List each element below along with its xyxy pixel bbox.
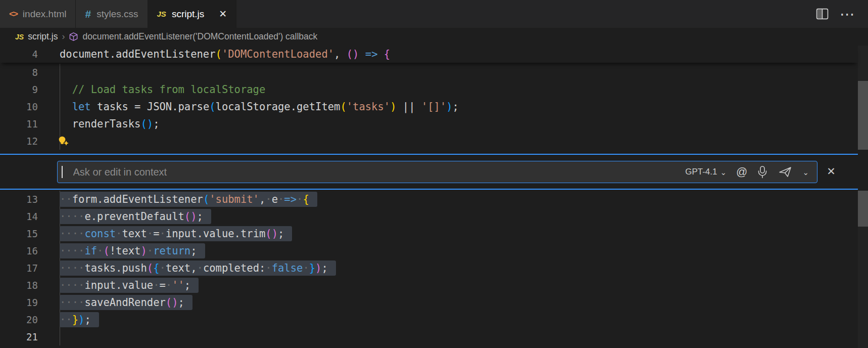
code-line-16[interactable]: 16····if·(!text)·return; <box>0 242 858 259</box>
sticky-scroll-line[interactable]: 4document.addEventListener('DOMContentLo… <box>0 46 858 63</box>
code-text: ····input.value·=·''; <box>60 277 199 294</box>
code-text: ··form.addEventListener('submit',·e·=>·{ <box>60 191 317 208</box>
code-line-21[interactable]: 21 <box>0 328 858 345</box>
line-number: 4 <box>0 46 38 63</box>
selection-highlight: ··form.addEventListener('submit',·e·=>·{ <box>60 192 317 207</box>
symbol-cube-icon <box>69 32 78 41</box>
line-number: 9 <box>0 81 38 98</box>
selection-highlight: ····const·text·=·input.value.trim(); <box>60 226 292 241</box>
code-line-9[interactable]: 9 // Load tasks from localStorage <box>0 81 858 98</box>
code-text: renderTasks(); <box>60 115 159 133</box>
chevron-right-icon: › <box>62 31 65 42</box>
line-number: 21 <box>0 328 38 345</box>
chevron-down-icon: ⌄ <box>720 168 727 176</box>
line-number: 10 <box>0 98 38 115</box>
code-text: ····saveAndRender(); <box>60 294 192 311</box>
line-number: 18 <box>0 277 38 294</box>
chat-widget-top-border <box>0 154 858 155</box>
code-line-17[interactable]: 17····tasks.push({·text,·completed:·fals… <box>0 259 858 277</box>
selection-highlight: ····input.value·=·''; <box>60 278 199 293</box>
html-file-icon: <> <box>9 9 17 19</box>
breadcrumb-file[interactable]: script.js <box>28 31 58 42</box>
code-line-11[interactable]: 11 renderTasks(); <box>0 115 858 133</box>
microphone-icon[interactable] <box>757 165 768 179</box>
line-number: 8 <box>0 64 38 81</box>
breadcrumb-symbol[interactable]: document.addEventListener('DOMContentLoa… <box>82 31 317 42</box>
code-text: ····if·(!text)·return; <box>60 242 205 259</box>
code-line-4[interactable]: 4document.addEventListener('DOMContentLo… <box>0 46 858 63</box>
js-file-icon: JS <box>15 33 24 41</box>
line-number: 13 <box>0 191 38 208</box>
line-number: 11 <box>0 115 38 133</box>
code-line-8[interactable]: 8 <box>0 64 858 81</box>
selection-highlight: ····tasks.push({·text,·completed:·false·… <box>60 260 336 276</box>
tab-script-js[interactable]: JS script.js ✕ <box>148 0 237 28</box>
line-number: 14 <box>0 208 38 225</box>
vertical-scrollbar <box>858 46 868 348</box>
editor-actions: ⋯ <box>816 0 868 28</box>
line-number: 12 <box>0 133 38 150</box>
css-file-icon: # <box>85 8 91 20</box>
code-text: ··}); <box>60 311 99 328</box>
code-lines-below: 13··form.addEventListener('submit',·e·=>… <box>0 191 858 345</box>
split-editor-icon[interactable] <box>816 8 829 20</box>
code-editor[interactable]: 4document.addEventListener('DOMContentLo… <box>0 46 868 348</box>
js-file-icon: JS <box>157 10 166 18</box>
line-number: 17 <box>0 259 38 277</box>
tab-bar: <> index.html # styles.css JS script.js … <box>0 0 868 28</box>
code-line-12[interactable]: 12 <box>0 133 858 150</box>
code-line-14[interactable]: 14····e.preventDefault(); <box>0 208 858 225</box>
code-line-13[interactable]: 13··form.addEventListener('submit',·e·=>… <box>0 191 858 208</box>
tab-index-html[interactable]: <> index.html <box>0 0 76 28</box>
line-number: 15 <box>0 225 38 242</box>
code-line-15[interactable]: 15····const·text·=·input.value.trim(); <box>0 225 858 242</box>
selection-highlight: ··}); <box>60 312 99 327</box>
code-text: let tasks = JSON.parse(localStorage.getI… <box>60 98 459 115</box>
more-actions-icon[interactable]: ⋯ <box>840 7 856 22</box>
line-number: 20 <box>0 311 38 328</box>
text-cursor <box>62 166 63 178</box>
code-line-10[interactable]: 10 let tasks = JSON.parse(localStorage.g… <box>0 98 858 115</box>
tab-label: index.html <box>23 9 67 20</box>
line-number: 19 <box>0 294 38 311</box>
selection-highlight: ····e.preventDefault(); <box>60 209 211 224</box>
selection-highlight: ····if·(!text)·return; <box>60 243 205 258</box>
tab-label: styles.css <box>97 9 138 20</box>
code-text: ····const·text·=·input.value.trim(); <box>60 225 292 242</box>
inline-chat-input[interactable]: Ask or edit in context GPT-4.1 ⌄ @ <box>57 161 817 183</box>
code-line-20[interactable]: 20··}); <box>0 311 858 328</box>
vscode-window: <> index.html # styles.css JS script.js … <box>0 0 868 348</box>
code-text: ····tasks.push({·text,·completed:·false·… <box>60 259 336 277</box>
attach-context-icon[interactable]: @ <box>736 165 747 179</box>
code-text: ····e.preventDefault(); <box>60 208 211 225</box>
model-label: GPT-4.1 <box>685 167 717 177</box>
close-icon[interactable]: ✕ <box>825 165 838 178</box>
model-picker[interactable]: GPT-4.1 ⌄ <box>685 167 727 177</box>
inline-chat-widget: Ask or edit in context GPT-4.1 ⌄ @ <box>0 150 868 191</box>
code-text: document.addEventListener('DOMContentLoa… <box>60 46 390 63</box>
send-icon[interactable] <box>778 166 793 178</box>
code-lines-above: 89 // Load tasks from localStorage10 let… <box>0 64 858 150</box>
breadcrumb: JS script.js › document.addEventListener… <box>0 28 868 46</box>
code-line-19[interactable]: 19····saveAndRender(); <box>0 294 858 311</box>
code-text: // Load tasks from localStorage <box>60 81 265 98</box>
selection-highlight: ····saveAndRender(); <box>60 295 192 310</box>
line-number: 16 <box>0 242 38 259</box>
code-line-18[interactable]: 18····input.value·=·''; <box>0 277 858 294</box>
chat-placeholder: Ask or edit in context <box>73 166 676 178</box>
send-options-chevron-icon[interactable]: ⌄ <box>802 168 809 176</box>
chat-widget-bottom-border <box>0 189 858 190</box>
tab-label: script.js <box>172 9 204 20</box>
close-tab-icon[interactable]: ✕ <box>219 8 227 20</box>
copilot-lightbulb-icon[interactable] <box>58 135 70 147</box>
tab-styles-css[interactable]: # styles.css <box>76 0 148 28</box>
